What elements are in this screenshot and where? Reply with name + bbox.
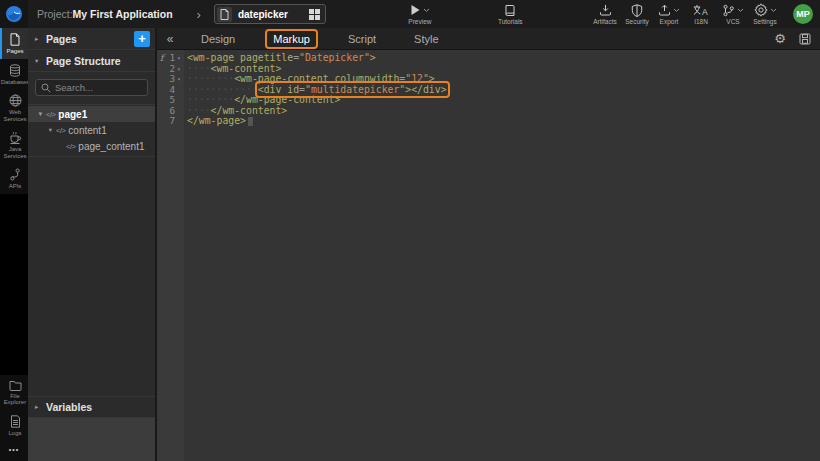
tree-node-content1[interactable]: ▾ </> content1: [28, 122, 155, 138]
topbar-right-actions: Artifacts Security Export A I18N VCS Set…: [593, 3, 820, 25]
folder-icon: [9, 380, 22, 391]
security-label: Security: [625, 18, 648, 25]
settings-button[interactable]: Settings: [753, 3, 777, 25]
expand-icon[interactable]: ▸: [35, 403, 46, 411]
topbar-right-action-list: Artifacts Security Export A I18N VCS Set…: [593, 3, 777, 25]
i18n-button[interactable]: A I18N: [689, 3, 713, 25]
collapse-icon[interactable]: ▾: [46, 126, 55, 134]
line-number: 3: [163, 74, 175, 85]
rail-item-pages[interactable]: Pages: [0, 28, 28, 59]
tab-markup[interactable]: Markup: [267, 31, 316, 47]
rail-item-logs[interactable]: Logs: [0, 410, 28, 441]
save-icon[interactable]: [799, 33, 811, 45]
format-marker-icon: f: [160, 53, 163, 64]
collapse-icon[interactable]: ▾: [35, 57, 46, 65]
artifacts-label: Artifacts: [593, 18, 616, 25]
editor-tab-bar: « DesignMarkupScriptStyle ⚙: [157, 28, 820, 50]
coffee-icon: [9, 131, 22, 144]
variables-section-header[interactable]: ▸ Variables: [28, 396, 155, 418]
artifacts-button[interactable]: Artifacts: [593, 3, 617, 25]
line-number: 5: [163, 95, 175, 106]
page-file-icon: [217, 7, 232, 22]
project-name: My First Application: [73, 8, 173, 20]
wavemaker-logo[interactable]: [0, 0, 28, 28]
markup-code-editor[interactable]: f 1 ▾ 2 ▾ 3 ▾ 4 5 6 7 <wm-page pagetitle…: [157, 50, 820, 461]
editor-gutter: f 1 ▾ 2 ▾ 3 ▾ 4 5 6 7: [157, 50, 184, 461]
chevron-down-icon: [423, 8, 430, 13]
vcs-button[interactable]: VCS: [721, 3, 745, 25]
grid-icon[interactable]: [309, 9, 320, 20]
database-icon: [9, 64, 21, 77]
more-options-icon[interactable]: •••: [0, 440, 28, 461]
user-avatar[interactable]: MP: [793, 4, 813, 24]
panel-empty-space: [28, 157, 155, 396]
code-line[interactable]: ········<wm-page-content columnwidth="12…: [187, 74, 820, 85]
search-area: [28, 72, 155, 105]
tree-node-label: page1: [58, 109, 87, 120]
rail-item-label: Web Services: [2, 109, 28, 122]
panel-footer-space: [28, 418, 155, 461]
variables-section-title: Variables: [46, 401, 92, 413]
code-line[interactable]: ········</wm-page-content>: [187, 95, 820, 106]
code-line[interactable]: ····</wm-content>: [187, 106, 820, 117]
line-number: 1: [163, 53, 175, 64]
play-icon: [410, 4, 421, 16]
editor-code[interactable]: <wm-page pagetitle="Datepicker">····<wm-…: [184, 50, 820, 461]
widget-markup-icon: </>: [46, 110, 55, 119]
search-input[interactable]: [55, 82, 142, 93]
tab-script[interactable]: Script: [342, 31, 382, 47]
rail-item-apis[interactable]: APIs: [0, 163, 28, 194]
fold-icon[interactable]: ▾: [175, 74, 183, 85]
svg-text:A: A: [702, 7, 708, 16]
search-icon: [41, 83, 51, 93]
rail-item-file-explorer[interactable]: File Explorer: [0, 375, 28, 410]
pages-section-header[interactable]: ▸ Pages +: [28, 28, 155, 50]
page-structure-header[interactable]: ▾ Page Structure: [28, 50, 155, 72]
rail-item-label: APIs: [9, 183, 22, 190]
fold-icon[interactable]: ▾: [175, 64, 183, 75]
rail-top-items: Pages Databases Web Services Java Servic…: [0, 28, 28, 194]
page-icon: [9, 33, 21, 46]
collapse-panel-icon[interactable]: «: [157, 32, 183, 46]
widget-markup-icon: </>: [66, 142, 75, 151]
gear-icon: [754, 3, 768, 17]
code-line[interactable]: <wm-page pagetitle="Datepicker">: [187, 53, 820, 64]
gutter-line: f 1 ▾: [157, 53, 184, 64]
project-label: Project:: [37, 8, 73, 20]
left-icon-rail: Pages Databases Web Services Java Servic…: [0, 28, 28, 461]
rail-item-databases[interactable]: Databases: [0, 59, 28, 90]
pages-section-title: Pages: [46, 33, 77, 45]
chevron-down-icon: [737, 8, 744, 13]
rail-bottom-items: File Explorer Logs: [0, 375, 28, 441]
open-page-tab-label: datepicker: [238, 9, 303, 20]
gutter-line: 5: [157, 95, 184, 106]
add-page-button[interactable]: +: [134, 31, 150, 47]
editor-tabs: DesignMarkupScriptStyle: [195, 31, 471, 47]
i18n-label: I18N: [694, 18, 708, 25]
expand-icon[interactable]: ▸: [35, 35, 46, 43]
tab-style[interactable]: Style: [408, 31, 444, 47]
preview-button[interactable]: Preview: [408, 3, 432, 25]
security-button[interactable]: Security: [625, 3, 649, 25]
tab-design[interactable]: Design: [195, 31, 241, 47]
search-box[interactable]: [35, 79, 148, 96]
rail-item-label: Java Services: [2, 146, 28, 159]
open-page-tab[interactable]: datepicker: [214, 4, 326, 24]
rail-item-label: File Explorer: [2, 393, 28, 406]
rail-item-java-services[interactable]: Java Services: [0, 126, 28, 163]
fold-icon[interactable]: ▾: [175, 53, 183, 64]
collapse-icon[interactable]: ▾: [36, 110, 45, 118]
tree-node-page_content1[interactable]: </> page_content1: [28, 138, 155, 154]
tree-node-page1[interactable]: ▾ </> page1: [28, 106, 155, 122]
markup-settings-gear-icon[interactable]: ⚙: [774, 32, 786, 45]
tutorials-button[interactable]: Tutorials: [498, 3, 523, 25]
export-button[interactable]: Export: [657, 3, 681, 25]
plug-icon: [9, 168, 21, 181]
rail-item-label: Logs: [8, 430, 21, 437]
line-number: 7: [163, 116, 175, 127]
rail-item-web-services[interactable]: Web Services: [0, 89, 28, 126]
page-structure-title: Page Structure: [46, 55, 121, 67]
tree-node-label: page_content1: [78, 141, 144, 152]
annotation-highlight: <div id="multidatepicker"></div>: [258, 84, 447, 95]
code-line[interactable]: </wm-page>: [187, 116, 820, 127]
